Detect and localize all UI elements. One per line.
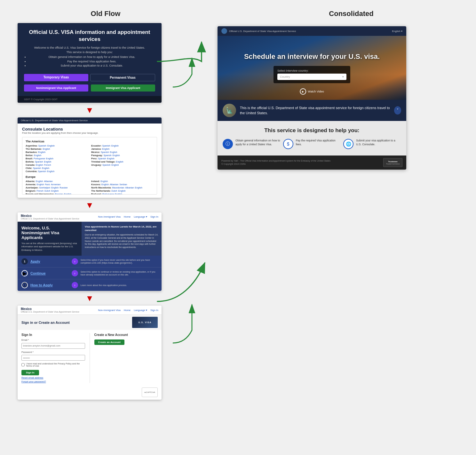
info-icon: ⓘ: [223, 139, 233, 149]
action-continue[interactable]: ▶ Continue › Select this option to conti…: [18, 267, 162, 279]
help-text-3: Submit your visa application to a U.S. C…: [356, 139, 401, 147]
help-items: ⓘ Obtain general information on how to a…: [223, 139, 401, 149]
password-field: Password *: [21, 351, 85, 361]
create-account-button[interactable]: Create an Account: [94, 339, 124, 345]
consolidated-page: Official U.S. Department of State Visa A…: [218, 26, 406, 170]
country-tt: Trinidad and Tobago: English: [91, 160, 154, 163]
help-text-2: Pay the required Visa application fees.: [296, 139, 341, 147]
hero-title: Schedule an interview for your U.S. visa…: [244, 52, 380, 61]
country-dropdown[interactable]: Country ▾: [277, 74, 346, 80]
country-bolivia: Bolivia: SpanishEnglish: [26, 160, 88, 163]
action-howtoapply-desc: Learn more about the visa application pr…: [81, 284, 158, 287]
step1-gdit-card: Official U.S. VISA information and appoi…: [18, 23, 162, 103]
cons-official-bar: 🗽 This is the official U.S. Department o…: [218, 100, 406, 121]
action-continue-arrow[interactable]: ›: [72, 270, 78, 276]
mexico-nav: Non-Immigrant Visa Home Language ▾ Sign …: [98, 215, 158, 218]
old-flow-column: Official U.S. VISA information and appoi…: [13, 23, 166, 455]
country-northmacedonia: North Macedonia: MacedonianAlbanianEngli…: [91, 186, 154, 189]
europe-grid: Albania: EnglishAlbanian Ireland: Englis…: [26, 180, 154, 195]
consulate-topbar: Official U.S. Department of State Visa A…: [18, 117, 162, 124]
country-select-widget[interactable]: Select interview country: Country ▾: [274, 66, 350, 83]
step2-consulate-card: Official U.S. Department of State Visa A…: [18, 117, 162, 198]
country-peru: Peru: SpanishEnglish: [91, 157, 154, 160]
gdit-help: This service is designed to help you:: [24, 51, 155, 54]
action-apply-arrow[interactable]: ›: [72, 258, 78, 265]
forgot-password-link[interactable]: Forgot your password?: [21, 380, 85, 383]
country-bosnia: Bosnia and Herzegovina: BosnianEnglish: [26, 193, 88, 195]
country-uruguay: Uruguay: SpanishEnglish: [91, 164, 154, 166]
action-items: 1 Apply › Select this option if you have…: [18, 256, 162, 291]
consulate-title: Consulate Locations: [22, 127, 157, 132]
action-howtoapply[interactable]: ⓘ How to Apply › Learn more about the vi…: [18, 279, 162, 291]
tab-temporary[interactable]: Temporary Visas: [24, 74, 88, 81]
country-mexico: Mexico: SpanishEnglish: [91, 151, 154, 154]
tab-permanent[interactable]: Permanent Visas: [90, 74, 155, 81]
help-text-1: Obtain general information on how to app…: [235, 139, 281, 147]
country-barbados: Barbados: English: [26, 151, 88, 154]
terms-checkbox[interactable]: [21, 363, 25, 366]
country-ireland: Ireland: English: [91, 180, 154, 183]
connector-arrows: [166, 55, 205, 455]
terms-checkbox-row[interactable]: I have read and understood the Privacy P…: [21, 363, 85, 367]
email-label: Email *: [21, 339, 85, 341]
cons-hero: Schedule an interview for your U.S. visa…: [218, 36, 406, 100]
cons-official-text: This is the official U.S. Department of …: [240, 105, 390, 116]
recaptcha-widget[interactable]: reCAPTCHA: [142, 387, 158, 397]
mexico-notice: Visa appointments in Nuevo Laredo for Ma…: [82, 222, 162, 256]
cons-topbar-text: Official U.S. Department of State Visa A…: [229, 30, 296, 33]
gdit-title: Official U.S. VISA information and appoi…: [24, 29, 155, 43]
consolidated-column: Official U.S. Department of State Visa A…: [205, 23, 463, 455]
gdit-bullets: Obtain general information on how to app…: [24, 55, 155, 68]
consolidated-header: Consolidated: [258, 10, 444, 18]
password-label: Password *: [21, 351, 85, 354]
cons-lang-selector[interactable]: English ▾: [392, 30, 402, 33]
arrow-2-to-3: ▼: [85, 201, 94, 209]
country-paraguay: Paraguay: SpanishEnglish: [91, 154, 154, 157]
action-howtoapply-label[interactable]: How to Apply: [30, 283, 69, 287]
gdit-footer: GDIT © Copyright 2023 GDIT: [18, 96, 162, 103]
country-belize: Belize: English: [26, 154, 88, 157]
country-colombia: Colombia: SpanishEnglish: [26, 170, 88, 173]
create-account-section: Create a New Account Create an Account: [94, 333, 158, 383]
cons-topbar: Official U.S. Department of State Visa A…: [218, 26, 406, 36]
gdit-welcome: Welcome to the official U.S. Visa Servic…: [24, 46, 155, 49]
arrow-3-to-4: ▼: [85, 294, 94, 302]
step3-mexico-card: Mexico Official U.S. Department of State…: [18, 212, 162, 291]
signin-section: Sign In Email * Password * I have read a…: [21, 333, 85, 383]
step4-signin-card: Mexico Official U.S. Department of State…: [18, 306, 162, 400]
play-icon: ▶: [300, 88, 306, 95]
country-select-label: Select interview country:: [277, 69, 346, 72]
btn-nonimmigrant[interactable]: Nonimmigrant Visa Applicant: [24, 84, 88, 92]
country-armenia: Armenia: EnglishFarsiArmenian: [26, 183, 88, 186]
gdit-buttons: Nonimmigrant Visa Applicant Immigrant Vi…: [18, 84, 162, 96]
action-continue-label[interactable]: Continue: [30, 271, 69, 275]
action-howtoapply-arrow[interactable]: ›: [72, 282, 78, 288]
action-apply-label[interactable]: Apply: [30, 259, 69, 263]
state-dept-icon: [221, 28, 227, 34]
signin-button[interactable]: Sign In: [21, 370, 39, 375]
signin-topbar: Mexico Official U.S. Department of State…: [18, 306, 162, 315]
payment-icon: $: [283, 139, 293, 149]
signin-subheader-title: Sign in or Create an Account: [21, 321, 70, 324]
footer-text: Powered by Yatri - The Official Visa Inf…: [221, 159, 330, 166]
notice-text: Due to an emergency situation, the appoi…: [85, 233, 158, 249]
action-apply[interactable]: 1 Apply › Select this option if you have…: [18, 256, 162, 267]
signin-subheader: Sign in or Create an Account U.S. VISA: [18, 315, 162, 330]
help-title: This service is designed to help you:: [223, 127, 401, 134]
reset-email-link[interactable]: Reset email address: [21, 376, 85, 379]
country-ecuador: Ecuador: SpanishEnglish: [91, 144, 154, 147]
gdit-header: Official U.S. VISA information and appoi…: [18, 23, 162, 71]
globe-icon: 🌐: [343, 139, 353, 149]
btn-immigrant[interactable]: Immigrant Visa Applicant: [91, 84, 155, 92]
country-belgium: Belgium: FrenchDutchEnglish: [26, 189, 88, 192]
country-brazil: Brazil: PortugueseEnglish: [26, 157, 88, 160]
email-input[interactable]: [21, 343, 85, 349]
country-bahamas: The Bahamas: English: [26, 148, 88, 150]
country-azerbaijan: Azerbaijan: AzerbaijaniEnglishRussian: [26, 186, 88, 189]
visa-image: U.S. VISA: [132, 317, 158, 328]
cons-topbar-left: Official U.S. Department of State Visa A…: [221, 28, 296, 34]
expand-chevron[interactable]: ˅: [394, 106, 401, 115]
password-input[interactable]: [21, 355, 85, 361]
watch-video-btn[interactable]: ▶ Watch Video: [300, 88, 324, 95]
signin-nav: Non-Immigrant Visa Home Language ▾ Sign …: [98, 309, 158, 312]
